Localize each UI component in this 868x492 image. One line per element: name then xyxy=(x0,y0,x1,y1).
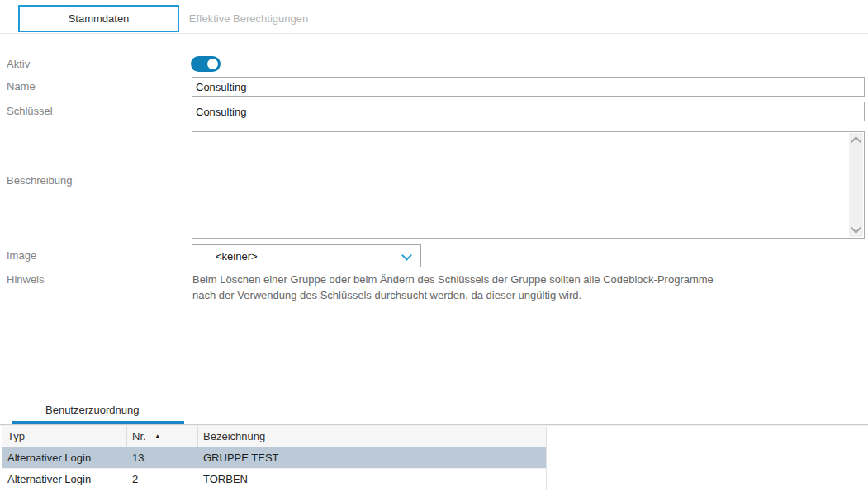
name-input[interactable] xyxy=(192,77,865,97)
table-row[interactable]: Alternativer Login 13 GRUPPE TEST xyxy=(2,447,546,469)
hinweis-line-1: Beim Löschen einer Gruppe oder beim Ände… xyxy=(192,272,714,287)
beschreibung-textarea[interactable] xyxy=(192,132,864,238)
tab-stammdaten[interactable]: Stammdaten xyxy=(18,5,179,32)
tab-effektive-berechtigungen-label: Effektive Berechtigungen xyxy=(189,12,308,25)
aktiv-toggle[interactable] xyxy=(191,56,221,72)
tab-effektive-berechtigungen[interactable]: Effektive Berechtigungen xyxy=(178,5,320,32)
cell-bezeichnung: GRUPPE TEST xyxy=(198,447,546,468)
sort-ascending-icon: ▲ xyxy=(154,433,161,440)
name-label: Name xyxy=(7,80,36,92)
column-header-typ[interactable]: Typ xyxy=(2,426,127,447)
textarea-scrollbar[interactable] xyxy=(849,133,863,237)
scroll-down-button[interactable] xyxy=(849,223,863,237)
table-row[interactable]: Alternativer Login 2 TORBEN xyxy=(2,469,546,490)
beschreibung-label: Beschreibung xyxy=(7,174,73,187)
scroll-up-button[interactable] xyxy=(849,133,863,147)
schluessel-label: Schlüssel xyxy=(7,105,53,117)
cell-typ: Alternativer Login xyxy=(2,447,127,468)
cell-bezeichnung: TORBEN xyxy=(198,469,546,490)
aktiv-label: Aktiv xyxy=(7,58,30,70)
chevron-down-icon xyxy=(851,223,861,234)
tab-stammdaten-label: Stammdaten xyxy=(69,12,130,25)
cell-typ: Alternativer Login xyxy=(2,469,127,490)
image-select[interactable]: <keiner> xyxy=(192,244,421,267)
benutzerzuordnung-table: Typ Nr. ▲ Bezeichnung Alternativer Login… xyxy=(2,426,547,490)
hinweis-line-2: nach der Verwendung des Schlüssels durch… xyxy=(192,287,714,303)
image-select-value: <keiner> xyxy=(192,250,258,263)
column-header-nr[interactable]: Nr. ▲ xyxy=(127,426,198,447)
schluessel-input[interactable] xyxy=(192,102,865,121)
group-masterdata-window: Stammdaten Effektive Berechtigungen Akti… xyxy=(0,0,868,492)
table-body: Alternativer Login 13 GRUPPE TEST Altern… xyxy=(2,447,546,490)
chevron-down-icon xyxy=(401,250,412,261)
cell-nr: 2 xyxy=(127,469,198,490)
hinweis-label: Hinweis xyxy=(7,273,45,286)
toggle-knob xyxy=(207,59,218,69)
chevron-up-icon xyxy=(851,136,861,147)
beschreibung-field xyxy=(192,131,865,239)
table-header-row: Typ Nr. ▲ Bezeichnung xyxy=(2,426,546,447)
hinweis-text: Beim Löschen einer Gruppe oder beim Ände… xyxy=(192,272,714,303)
column-header-bezeichnung[interactable]: Bezeichnung xyxy=(198,426,546,447)
image-label: Image xyxy=(7,249,36,262)
main-tab-bar: Stammdaten Effektive Berechtigungen xyxy=(0,0,868,34)
tab-benutzerzuordnung[interactable]: Benutzerzuordnung xyxy=(45,404,139,416)
cell-nr: 13 xyxy=(127,447,198,468)
